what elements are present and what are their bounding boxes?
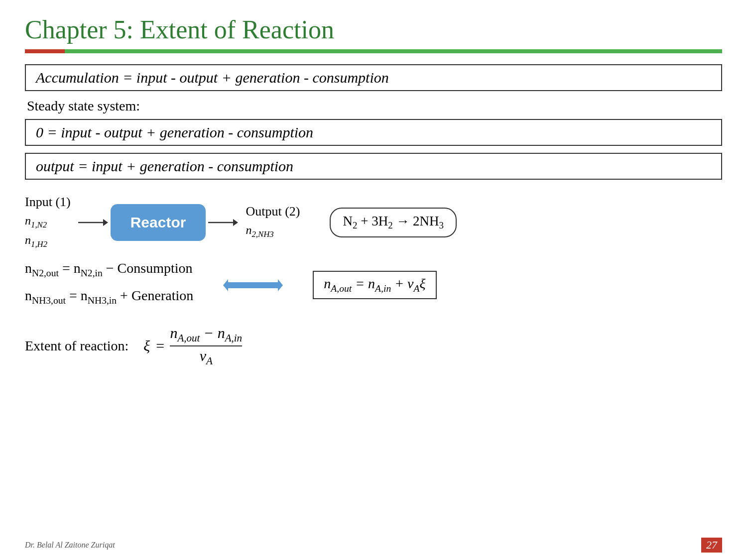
- reaction-box: N2 + 3H2 → 2NH3: [330, 208, 457, 237]
- reactor-box: Reactor: [111, 204, 206, 241]
- input-sub-labels: n1,N2 n1,H2: [25, 212, 47, 250]
- nh3-balance-row: nNH3,out = nNH3,in + Generation: [25, 288, 193, 306]
- input-label: Input (1): [25, 195, 71, 210]
- mole-equations: nN2,out = nN2,in − Consumption nNH3,out …: [25, 260, 193, 310]
- svg-marker-3: [233, 219, 238, 226]
- equation3-text: output = input + generation - consumptio…: [36, 158, 293, 174]
- n2NH3-label: n2,NH3: [246, 224, 273, 236]
- svg-marker-1: [103, 219, 108, 226]
- n1N2-label: n1,N2: [25, 214, 47, 227]
- nh3-balance-text: nNH3,out = nNH3,in + Generation: [25, 288, 193, 306]
- arrow-out: [208, 215, 238, 230]
- extent-eq: =: [155, 337, 165, 354]
- reaction-text: N2 + 3H2 → 2NH3: [343, 214, 444, 228]
- svg-marker-6: [278, 279, 283, 291]
- page-title: Chapter 5: Extent of Reaction: [25, 15, 722, 44]
- divider-red: [25, 49, 65, 53]
- extent-fraction: nA,out − nA,in vA: [170, 325, 242, 367]
- divider-green: [65, 49, 722, 53]
- arrow-in-svg: [78, 215, 108, 230]
- arrow-out-svg: [208, 215, 238, 230]
- output-sub-labels: n2,NH3: [246, 221, 273, 240]
- svg-marker-5: [223, 279, 228, 291]
- divider-bar: [25, 49, 722, 53]
- extent-label: Extent of reaction:: [25, 338, 128, 354]
- extent-numerator: nA,out − nA,in: [170, 325, 242, 346]
- input-label-group: Input (1) n1,N2 n1,H2: [25, 195, 71, 250]
- general-formula-box: nA,out = nA,in + vAξ: [313, 271, 436, 299]
- equation2-text: 0 = input - output + generation - consum…: [36, 124, 313, 140]
- svg-rect-4: [228, 282, 278, 288]
- extent-section: Extent of reaction: ξ = nA,out − nA,in v…: [25, 325, 722, 367]
- equation1-box: Accumulation = input - output + generati…: [25, 64, 722, 91]
- footer-attribution: Dr. Belal Al Zaitone Zuriqat: [25, 541, 115, 550]
- reactor-diagram: Input (1) n1,N2 n1,H2 Reactor Output (2): [25, 195, 722, 250]
- n2-balance-row: nN2,out = nN2,in − Consumption: [25, 260, 193, 279]
- steady-state-label: Steady state system:: [27, 98, 722, 114]
- arrow-in: [78, 215, 108, 230]
- extent-formula: ξ = nA,out − nA,in vA: [143, 325, 242, 367]
- extent-denominator: vA: [200, 346, 213, 367]
- n2-balance-text: nN2,out = nN2,in − Consumption: [25, 260, 192, 279]
- n1H2-label: n1,H2: [25, 233, 47, 246]
- equation2-box: 0 = input - output + generation - consum…: [25, 119, 722, 146]
- mole-balance-section: nN2,out = nN2,in − Consumption nNH3,out …: [25, 260, 722, 310]
- page-number: 27: [701, 538, 722, 553]
- double-arrow-svg: [223, 276, 283, 294]
- general-formula-text: nA,out = nA,in + vAξ: [324, 276, 425, 291]
- footer: Dr. Belal Al Zaitone Zuriqat 27: [0, 538, 747, 553]
- equation1-text: Accumulation = input - output + generati…: [36, 69, 389, 86]
- output-label: Output (2): [246, 204, 300, 219]
- equation3-box: output = input + generation - consumptio…: [25, 153, 722, 180]
- double-arrow: [223, 276, 283, 294]
- output-label-group: Output (2) n2,NH3: [246, 204, 300, 240]
